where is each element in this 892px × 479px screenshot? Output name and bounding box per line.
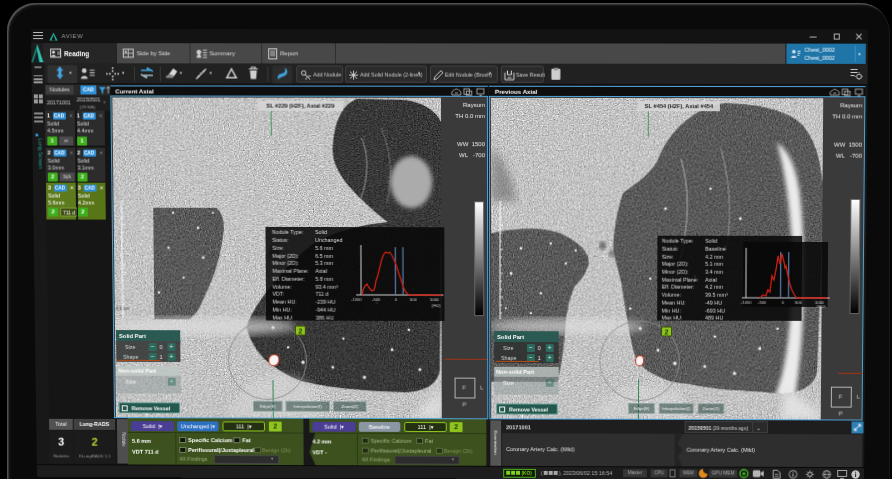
svg-text:0: 0 (395, 297, 398, 302)
svg-text:-500: -500 (372, 297, 381, 302)
svg-text:-500: -500 (758, 300, 767, 305)
svg-text:500: 500 (410, 297, 418, 302)
svg-text:-1000: -1000 (351, 297, 362, 302)
svg-text:0: 0 (782, 300, 785, 305)
svg-text:500: 500 (795, 300, 803, 305)
svg-text:1000: 1000 (430, 297, 440, 302)
svg-text:(HU): (HU) (817, 304, 826, 308)
svg-text:(HU): (HU) (432, 303, 441, 308)
svg-text:-1000: -1000 (741, 300, 752, 305)
